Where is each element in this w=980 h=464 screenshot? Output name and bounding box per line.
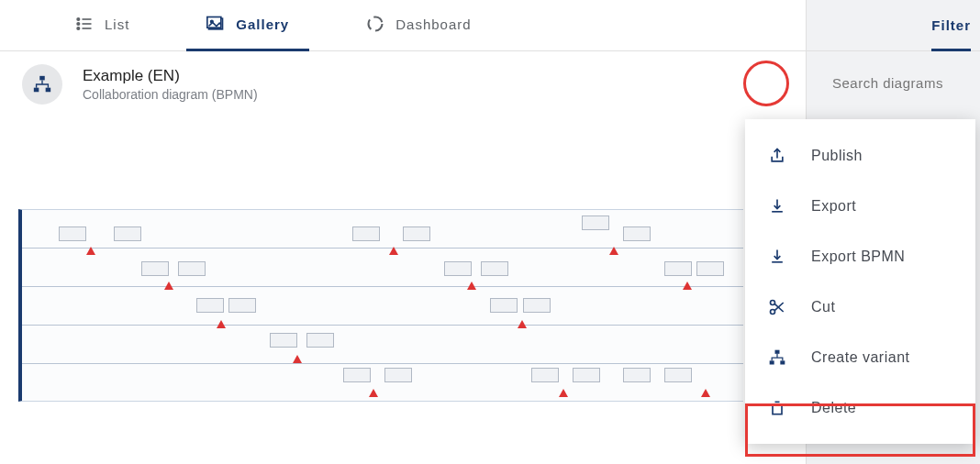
svg-rect-20 xyxy=(775,349,780,353)
menu-publish-label: Publish xyxy=(811,148,863,164)
delete-icon xyxy=(767,399,787,417)
svg-point-0 xyxy=(77,18,80,21)
svg-point-9 xyxy=(369,17,383,31)
menu-cut-label: Cut xyxy=(811,299,835,315)
svg-rect-21 xyxy=(770,360,774,364)
tab-list[interactable]: List xyxy=(55,0,150,51)
svg-point-17 xyxy=(771,300,775,304)
svg-rect-12 xyxy=(46,88,50,93)
diagram-thumbnail[interactable] xyxy=(18,209,743,402)
svg-line-19 xyxy=(775,303,784,310)
cut-icon xyxy=(767,298,787,316)
menu-export-bpmn[interactable]: Export BPMN xyxy=(745,231,975,282)
menu-delete-label: Delete xyxy=(811,400,856,416)
filter-tab[interactable]: Filter xyxy=(807,0,980,51)
menu-export[interactable]: Export xyxy=(745,181,975,231)
tab-gallery[interactable]: Gallery xyxy=(186,0,309,51)
menu-create-variant[interactable]: Create variant xyxy=(745,332,975,382)
svg-point-2 xyxy=(77,28,80,30)
export-icon xyxy=(767,197,787,215)
svg-point-16 xyxy=(771,309,775,314)
diagram-subtitle: Collaboration diagram (BPMN) xyxy=(83,87,258,102)
tab-gallery-label: Gallery xyxy=(236,17,289,32)
gallery-icon xyxy=(206,15,225,33)
create-variant-icon xyxy=(767,348,787,367)
menu-create-variant-label: Create variant xyxy=(811,349,910,366)
tab-dashboard[interactable]: Dashboard xyxy=(346,0,491,51)
svg-rect-23 xyxy=(773,403,782,414)
menu-cut[interactable]: Cut xyxy=(745,282,975,332)
tab-dashboard-label: Dashboard xyxy=(395,17,471,32)
menu-publish[interactable]: Publish xyxy=(745,130,975,181)
publish-icon xyxy=(767,147,787,165)
menu-export-bpmn-label: Export BPMN xyxy=(811,249,905,265)
menu-export-label: Export xyxy=(811,198,856,215)
svg-point-1 xyxy=(77,23,80,26)
diagram-title: Example (EN) xyxy=(83,67,258,85)
svg-rect-10 xyxy=(39,76,45,81)
search-input[interactable] xyxy=(832,75,980,91)
list-icon xyxy=(75,15,94,33)
svg-line-18 xyxy=(775,304,784,311)
tab-list-label: List xyxy=(105,17,129,32)
context-menu: Publish Export Export BPMN Cut Create va… xyxy=(745,119,975,444)
diagram-avatar xyxy=(22,64,62,105)
diagram-title-block: Example (EN) Collaboration diagram (BPMN… xyxy=(83,67,258,102)
svg-rect-22 xyxy=(780,360,785,364)
export-bpmn-icon xyxy=(767,248,787,266)
filter-tab-label: Filter xyxy=(931,0,971,51)
dashboard-icon xyxy=(366,15,384,33)
menu-delete[interactable]: Delete xyxy=(745,382,975,433)
svg-rect-11 xyxy=(34,88,39,93)
